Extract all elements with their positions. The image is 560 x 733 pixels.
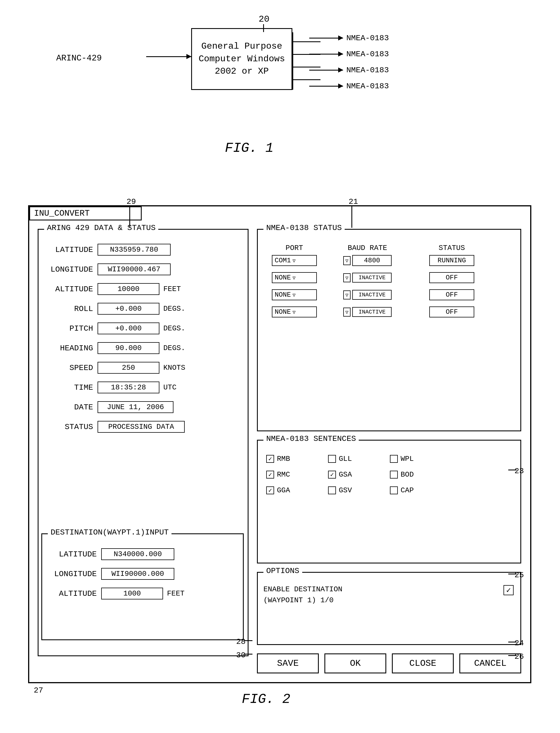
port-3: NONE▽ [263, 289, 325, 300]
baud-area-4: ▽ INACTIVE [325, 307, 410, 317]
port-select-4[interactable]: NONE▽ [272, 306, 317, 317]
ref-25: 25 [514, 571, 524, 579]
ref-29-line [129, 205, 130, 228]
sentence-gll: GLL [328, 455, 390, 463]
ok-button[interactable]: OK [324, 653, 386, 673]
rmb-label: RMB [277, 455, 290, 463]
cancel-button[interactable]: CANCEL [459, 653, 521, 673]
data-rows: LATITUDE LONGITUDE ALTITUDE FEET ROLL [41, 244, 244, 441]
ref-28-line [244, 640, 252, 641]
time-label: TIME [41, 383, 98, 392]
nmea-arrow-3 [309, 70, 343, 71]
ref-26: 26 [514, 652, 524, 661]
altitude-input[interactable] [98, 283, 159, 295]
baud-arrow-small-1[interactable]: ▽ [343, 256, 351, 265]
dest-altitude-input[interactable] [101, 588, 163, 599]
heading-row: HEADING DEGS. [41, 342, 244, 354]
dest-longitude-input[interactable] [101, 568, 174, 580]
baud-input-1[interactable] [352, 255, 392, 266]
baud-inactive-2: INACTIVE [352, 273, 392, 283]
pitch-input[interactable] [98, 322, 159, 334]
port-select-1[interactable]: COM1▽ [272, 255, 317, 266]
ref-21-line [351, 205, 352, 228]
fig1-diagram: 20 General Purpose Computer Windows 2002… [0, 11, 560, 169]
ref-24: 24 [514, 639, 524, 648]
port-dropdown-arrow-4[interactable]: ▽ [293, 309, 296, 315]
speed-input[interactable] [98, 362, 159, 374]
port-select-2[interactable]: NONE▽ [272, 272, 317, 283]
sentence-gga: GGA [266, 486, 328, 495]
options-line1: ENABLE DESTINATION [263, 584, 342, 595]
date-input[interactable] [98, 401, 173, 413]
col-header-port: PORT [263, 244, 325, 252]
nmea-row-4: NONE▽ ▽ INACTIVE OFF [263, 306, 516, 317]
baud-arrow-small-4[interactable]: ▽ [343, 308, 351, 317]
dest-panel-title: DESTINATION(WAYPT.1)INPUT [48, 528, 171, 537]
pitch-unit: DEGS. [163, 324, 185, 333]
gga-label: GGA [277, 486, 290, 495]
baud-inactive-3: INACTIVE [352, 290, 392, 300]
computer-box: General Purpose Computer Windows 2002 or… [191, 28, 292, 90]
sentence-rmb: RMB [266, 455, 328, 463]
dest-longitude-row: LONGITUDE [45, 568, 247, 580]
dest-altitude-unit: FEET [167, 589, 184, 598]
close-button[interactable]: CLOSE [392, 653, 454, 673]
arinc-label: ARINC-429 [56, 53, 102, 63]
dest-altitude-row: ALTITUDE FEET [45, 588, 247, 599]
time-input[interactable] [98, 382, 159, 393]
status-badge-1: RUNNING [429, 255, 474, 266]
ref-30: 30 [236, 651, 246, 660]
baud-area-2: ▽ INACTIVE [325, 273, 410, 283]
nmea-arrow-2 [309, 54, 343, 55]
roll-row: ROLL DEGS. [41, 303, 244, 315]
heading-label: HEADING [41, 344, 98, 353]
nmea-arrow-1 [309, 38, 343, 39]
status-4: OFF [410, 306, 494, 317]
cap-checkbox[interactable] [390, 486, 398, 494]
roll-input[interactable] [98, 303, 159, 315]
status-badge-4: OFF [429, 306, 474, 317]
baud-inactive-4: INACTIVE [352, 307, 392, 317]
rmc-label: RMC [277, 470, 290, 479]
port-dropdown-arrow-3[interactable]: ▽ [293, 292, 296, 298]
time-unit: UTC [163, 383, 177, 392]
main-window: INU_CONVERT ARING 429 DATA & STATUS LATI… [28, 205, 531, 683]
bod-checkbox[interactable] [390, 471, 398, 479]
nmea-output-4: NMEA-0183 [309, 82, 389, 91]
ref-25-line [508, 574, 517, 574]
nmea-output-1: NMEA-0183 [309, 34, 389, 42]
port-select-3[interactable]: NONE▽ [272, 289, 317, 300]
status-3: OFF [410, 289, 494, 300]
port-dropdown-arrow-2[interactable]: ▽ [293, 275, 296, 281]
port-dropdown-arrow-1[interactable]: ▽ [293, 258, 296, 264]
dest-latitude-input[interactable] [101, 548, 174, 560]
ref-28: 28 [236, 637, 246, 646]
gga-checkbox[interactable] [266, 486, 274, 494]
ref-30-line [244, 654, 252, 655]
baud-arrow-small-3[interactable]: ▽ [343, 290, 351, 299]
rmc-checkbox[interactable] [266, 471, 274, 479]
gll-checkbox[interactable] [328, 455, 336, 463]
baud-arrow-small-2[interactable]: ▽ [343, 273, 351, 282]
sentence-row-3: GGA GSV CAP [266, 486, 514, 495]
wpl-checkbox[interactable] [390, 455, 398, 463]
longitude-input[interactable] [98, 263, 171, 275]
save-button[interactable]: SAVE [257, 653, 319, 673]
dest-latitude-row: LATITUDE [45, 548, 247, 560]
gsa-checkbox[interactable] [328, 471, 336, 479]
status-1: RUNNING [410, 255, 494, 266]
altitude-label: ALTITUDE [41, 285, 98, 294]
cap-label: CAP [401, 486, 414, 495]
status-badge-3: OFF [429, 289, 474, 300]
heading-input[interactable] [98, 342, 159, 354]
rmb-checkbox[interactable] [266, 455, 274, 463]
nmea-outputs: NMEA-0183 NMEA-0183 NMEA-0183 NMEA-0183 [309, 34, 389, 98]
gsv-checkbox[interactable] [328, 486, 336, 494]
status-input[interactable] [98, 421, 185, 433]
aring-panel-title: ARING 429 DATA & STATUS [44, 224, 158, 232]
sentences-panel: NMEA-0183 SENTENCES RMB GLL WPL [257, 440, 521, 563]
latitude-input[interactable] [98, 244, 171, 256]
options-checkbox[interactable] [503, 585, 514, 595]
nmea-row-3: NONE▽ ▽ INACTIVE OFF [263, 289, 516, 300]
port-1: COM1▽ [263, 255, 325, 266]
